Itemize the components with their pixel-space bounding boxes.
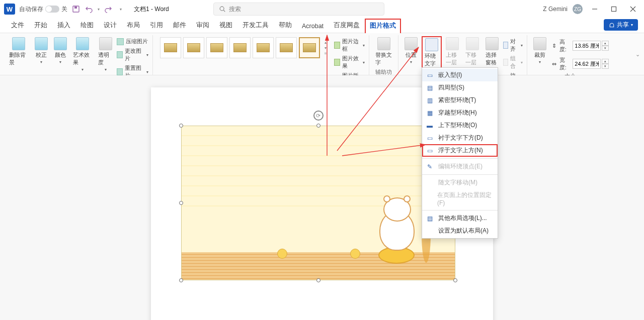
tab-picture-format[interactable]: 图片格式: [365, 19, 401, 33]
tab-design[interactable]: 设计: [99, 18, 122, 33]
spin-down[interactable]: ▾: [602, 46, 609, 51]
tab-mailings[interactable]: 邮件: [168, 18, 191, 33]
minimize-button[interactable]: [588, 2, 602, 16]
maximize-button[interactable]: [607, 2, 621, 16]
svg-point-2: [220, 7, 224, 11]
height-field[interactable]: ⇕ 高度: ▴▾: [550, 38, 609, 53]
wrap-inline-icon: ▭: [425, 72, 434, 79]
document-title: 文档1 - Word: [134, 5, 169, 14]
picture-effects-button[interactable]: 图片效果▾: [334, 54, 365, 70]
alt-text-button[interactable]: 替换文字: [373, 36, 394, 67]
tab-references[interactable]: 引用: [145, 18, 168, 33]
wrap-tight-icon: ▥: [425, 97, 434, 104]
tab-view[interactable]: 视图: [214, 18, 237, 33]
menu-through[interactable]: ▦穿越型环绕(H): [422, 106, 498, 119]
tab-draw[interactable]: 绘图: [75, 18, 99, 33]
search-box[interactable]: 搜索: [213, 3, 384, 16]
menu-move-with-text: 随文字移动(M): [422, 176, 498, 189]
color-button[interactable]: 颜色▾: [52, 36, 69, 65]
height-icon: ⇕: [550, 42, 558, 50]
style-thumb-selected[interactable]: [299, 37, 320, 58]
qat-more-caret[interactable]: ▾: [120, 7, 122, 12]
tab-help[interactable]: 帮助: [274, 18, 297, 33]
height-input[interactable]: [573, 41, 601, 51]
menu-set-default[interactable]: 设置为默认布局(A): [422, 225, 498, 237]
more-layout-icon: ▤: [425, 215, 434, 222]
redo-icon[interactable]: [104, 5, 113, 14]
wrap-square-icon: ▤: [425, 84, 434, 91]
svg-rect-5: [612, 7, 616, 12]
menu-square[interactable]: ▤四周型(S): [422, 81, 498, 94]
change-picture-button[interactable]: 更改图片▾: [117, 47, 148, 63]
menu-topbottom[interactable]: ▬上下型环绕(O): [422, 119, 498, 132]
tab-review[interactable]: 审阅: [191, 18, 214, 33]
menu-inline[interactable]: ▭嵌入型(I): [422, 69, 498, 81]
spin-up[interactable]: ▴: [602, 59, 609, 64]
align-button[interactable]: 对齐▾: [503, 37, 523, 53]
selection-pane-button[interactable]: 选择窗格: [484, 36, 502, 67]
resize-handle-s[interactable]: [316, 278, 320, 282]
edit-points-icon: ✎: [425, 163, 434, 170]
resize-handle-sw[interactable]: [179, 278, 183, 282]
menu-infront[interactable]: ▭浮于文字上方(N): [422, 144, 498, 157]
style-thumb[interactable]: [276, 37, 297, 58]
ribbon: 删除背景 校正▾ 颜色▾ 艺术效果▾ 透明度▾ 压缩图片 更改图片▾ 重置图片▾…: [0, 33, 644, 75]
wrap-through-icon: ▦: [425, 110, 434, 117]
menu-more-layout[interactable]: ▤其他布局选项(L)...: [422, 212, 498, 225]
tab-insert[interactable]: 插入: [52, 18, 75, 33]
save-icon[interactable]: [71, 5, 80, 14]
spin-up[interactable]: ▴: [602, 41, 609, 46]
style-thumb[interactable]: [206, 37, 227, 58]
tab-layout[interactable]: 布局: [122, 18, 145, 33]
undo-icon[interactable]: [85, 5, 94, 14]
width-field[interactable]: ⇔ 宽度: ▴▾: [550, 56, 609, 71]
style-thumb[interactable]: [253, 37, 274, 58]
tab-baidu[interactable]: 百度网盘: [329, 18, 365, 33]
width-icon: ⇔: [550, 60, 558, 68]
picture-styles-gallery[interactable]: ▴▾≡: [157, 36, 332, 59]
resize-handle-w[interactable]: [179, 201, 183, 205]
artistic-effects-button[interactable]: 艺术效果▾: [71, 36, 95, 73]
tab-file[interactable]: 文件: [6, 18, 29, 33]
resize-handle-n[interactable]: [316, 124, 320, 128]
close-button[interactable]: [626, 2, 640, 16]
rotate-handle[interactable]: ⟳: [313, 111, 324, 121]
corrections-button[interactable]: 校正▾: [33, 36, 50, 65]
resize-handle-nw[interactable]: [179, 124, 183, 128]
picture-content: [181, 126, 455, 280]
style-thumb[interactable]: [229, 37, 251, 58]
autosave-toggle[interactable]: [45, 6, 59, 13]
wrap-topbottom-icon: ▬: [425, 122, 434, 129]
tab-developer[interactable]: 开发工具: [237, 18, 274, 33]
share-button[interactable]: 共享 ▾: [604, 19, 638, 31]
position-button[interactable]: 位置▾: [403, 36, 420, 65]
crop-button[interactable]: 裁剪▾: [531, 36, 548, 65]
compress-pictures-button[interactable]: 压缩图片: [117, 37, 148, 46]
style-thumb[interactable]: [183, 37, 204, 58]
user-name[interactable]: Z Gemini: [543, 6, 568, 13]
selected-picture[interactable]: ⟳: [181, 126, 455, 280]
ribbon-tabs: 文件 开始 插入 绘图 设计 布局 引用 邮件 审阅 视图 开发工具 帮助 Ac…: [0, 18, 644, 33]
svg-rect-1: [74, 7, 77, 9]
search-icon: [219, 6, 226, 13]
gallery-more-button[interactable]: ▴▾≡: [322, 40, 329, 56]
picture-border-button[interactable]: 图片边框▾: [334, 37, 365, 53]
transparency-button[interactable]: 透明度▾: [96, 36, 115, 73]
width-input[interactable]: [573, 59, 601, 69]
menu-tight[interactable]: ▥紧密型环绕(T): [422, 94, 498, 106]
tab-home[interactable]: 开始: [29, 18, 52, 33]
group-objects-button[interactable]: 组合▾: [503, 54, 523, 70]
remove-background-button[interactable]: 删除背景: [7, 36, 31, 67]
undo-caret[interactable]: ▾: [98, 7, 100, 12]
ribbon-collapse-button[interactable]: ⌄: [635, 51, 640, 57]
style-thumb[interactable]: [160, 37, 181, 58]
title-bar: W 自动保存 关 ▾ ▾ 文档1 - Word 搜索 Z Gemini ZG: [0, 0, 644, 18]
resize-handle-se[interactable]: [453, 278, 457, 282]
autosave[interactable]: 自动保存 关: [19, 5, 67, 14]
tab-acrobat[interactable]: Acrobat: [297, 20, 329, 33]
menu-fix-on-page: 在页面上的位置固定(F): [422, 189, 498, 208]
menu-behind[interactable]: ▭衬于文字下方(D): [422, 132, 498, 144]
share-label: 共享: [617, 21, 629, 29]
spin-down[interactable]: ▾: [602, 64, 609, 69]
user-avatar[interactable]: ZG: [573, 4, 583, 14]
